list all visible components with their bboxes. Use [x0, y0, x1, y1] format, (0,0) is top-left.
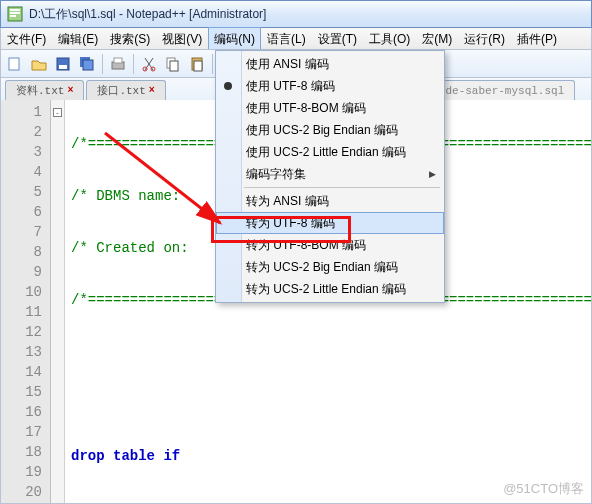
menu-settings[interactable]: 设置(T) [312, 28, 363, 49]
tab-3[interactable]: ade-saber-mysql.sql [428, 80, 575, 100]
tb-new[interactable] [4, 53, 26, 75]
tb-cut[interactable] [138, 53, 160, 75]
svg-rect-2 [10, 12, 20, 14]
bullet-icon [224, 82, 232, 90]
svg-rect-16 [194, 61, 202, 71]
menu-macro[interactable]: 宏(M) [416, 28, 458, 49]
svg-rect-1 [10, 9, 20, 11]
svg-rect-4 [9, 58, 19, 70]
menubar: 文件(F) 编辑(E) 搜索(S) 视图(V) 编码(N) 语言(L) 设置(T… [0, 28, 592, 50]
svg-rect-14 [170, 61, 178, 71]
close-icon[interactable]: × [67, 85, 73, 96]
tab-1[interactable]: 资料.txt× [5, 80, 84, 100]
dd-charset[interactable]: 编码字符集▶ [216, 163, 444, 185]
fold-icon[interactable]: - [53, 108, 62, 117]
tb-saveall[interactable] [76, 53, 98, 75]
menu-language[interactable]: 语言(L) [261, 28, 312, 49]
svg-rect-3 [10, 15, 16, 17]
dd-use-ansi[interactable]: 使用 ANSI 编码 [216, 53, 444, 75]
dd-to-ucs2-be[interactable]: 转为 UCS-2 Big Endian 编码 [216, 256, 444, 278]
titlebar: D:\工作\sql\1.sql - Notepad++ [Administrat… [0, 0, 592, 28]
encoding-menu: 使用 ANSI 编码 使用 UTF-8 编码 使用 UTF-8-BOM 编码 使… [215, 50, 445, 303]
menu-encoding[interactable]: 编码(N) [208, 27, 261, 49]
dd-to-utf8[interactable]: 转为 UTF-8 编码 [216, 212, 444, 234]
menu-view[interactable]: 视图(V) [156, 28, 208, 49]
dd-to-utf8-bom[interactable]: 转为 UTF-8-BOM 编码 [216, 234, 444, 256]
svg-point-12 [151, 67, 155, 71]
close-icon[interactable]: × [149, 85, 155, 96]
app-icon [7, 6, 23, 22]
menu-search[interactable]: 搜索(S) [104, 28, 156, 49]
svg-rect-10 [114, 58, 122, 63]
chevron-right-icon: ▶ [429, 169, 436, 179]
line-numbers: 1234567891011121314151617181920 [1, 100, 51, 503]
svg-rect-6 [59, 65, 67, 69]
tb-save[interactable] [52, 53, 74, 75]
menu-file[interactable]: 文件(F) [1, 28, 52, 49]
dd-use-ucs2-le[interactable]: 使用 UCS-2 Little Endian 编码 [216, 141, 444, 163]
tab-2[interactable]: 接口.txt× [86, 80, 165, 100]
watermark: @51CTO博客 [503, 480, 584, 498]
menu-edit[interactable]: 编辑(E) [52, 28, 104, 49]
dd-to-ansi[interactable]: 转为 ANSI 编码 [216, 190, 444, 212]
menu-tools[interactable]: 工具(O) [363, 28, 416, 49]
fold-column: - [51, 100, 65, 503]
menu-run[interactable]: 运行(R) [458, 28, 511, 49]
dd-to-ucs2-le[interactable]: 转为 UCS-2 Little Endian 编码 [216, 278, 444, 300]
menu-plugins[interactable]: 插件(P) [511, 28, 563, 49]
dd-use-utf8-bom[interactable]: 使用 UTF-8-BOM 编码 [216, 97, 444, 119]
dd-use-ucs2-be[interactable]: 使用 UCS-2 Big Endian 编码 [216, 119, 444, 141]
tb-copy[interactable] [162, 53, 184, 75]
tb-open[interactable] [28, 53, 50, 75]
dd-use-utf8[interactable]: 使用 UTF-8 编码 [216, 75, 444, 97]
tb-paste[interactable] [186, 53, 208, 75]
tb-print[interactable] [107, 53, 129, 75]
svg-rect-8 [83, 60, 93, 70]
titlebar-text: D:\工作\sql\1.sql - Notepad++ [Administrat… [29, 6, 266, 23]
svg-point-11 [143, 67, 147, 71]
